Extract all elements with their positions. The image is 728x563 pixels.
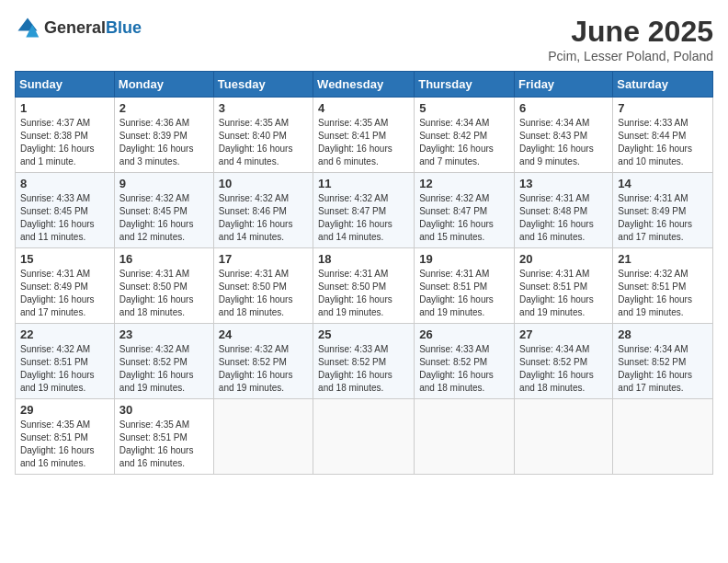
day-number: 18 (318, 252, 409, 266)
calendar-day-cell: 18 Sunrise: 4:31 AM Sunset: 8:50 PM Dayl… (313, 248, 415, 324)
calendar-day-cell: 28 Sunrise: 4:34 AM Sunset: 8:52 PM Dayl… (613, 324, 713, 399)
day-number: 28 (618, 327, 708, 341)
day-number: 7 (618, 101, 708, 115)
calendar-day-cell: 15 Sunrise: 4:31 AM Sunset: 8:49 PM Dayl… (16, 248, 115, 324)
calendar-day-cell: 2 Sunrise: 4:36 AM Sunset: 8:39 PM Dayli… (114, 98, 213, 173)
day-number: 1 (20, 101, 109, 115)
day-info: Sunrise: 4:36 AM Sunset: 8:39 PM Dayligh… (119, 117, 209, 168)
day-number: 8 (20, 177, 109, 190)
weekday-header: Monday (114, 72, 213, 98)
day-info: Sunrise: 4:31 AM Sunset: 8:50 PM Dayligh… (219, 268, 308, 319)
day-number: 12 (419, 177, 509, 190)
logo-general: General (44, 18, 106, 37)
page-header: GeneralBlue June 2025 Pcim, Lesser Polan… (15, 15, 713, 63)
calendar-week-row: 8 Sunrise: 4:33 AM Sunset: 8:45 PM Dayli… (16, 173, 713, 248)
day-info: Sunrise: 4:34 AM Sunset: 8:52 PM Dayligh… (519, 343, 608, 395)
day-info: Sunrise: 4:35 AM Sunset: 8:51 PM Dayligh… (20, 419, 109, 470)
day-info: Sunrise: 4:33 AM Sunset: 8:44 PM Dayligh… (618, 117, 708, 168)
day-number: 21 (618, 252, 708, 266)
logo-text: GeneralBlue (44, 18, 142, 38)
day-info: Sunrise: 4:35 AM Sunset: 8:51 PM Dayligh… (119, 419, 209, 470)
logo: GeneralBlue (15, 15, 142, 40)
weekday-header: Friday (515, 72, 613, 98)
day-info: Sunrise: 4:31 AM Sunset: 8:50 PM Dayligh… (119, 268, 209, 319)
day-info: Sunrise: 4:33 AM Sunset: 8:45 PM Dayligh… (20, 192, 109, 244)
day-number: 29 (20, 403, 109, 417)
calendar-day-cell: 26 Sunrise: 4:33 AM Sunset: 8:52 PM Dayl… (415, 324, 515, 399)
weekday-header: Thursday (415, 72, 515, 98)
day-number: 16 (119, 252, 209, 266)
calendar-day-cell (313, 399, 415, 475)
weekday-header: Sunday (16, 72, 115, 98)
calendar-day-cell (515, 399, 613, 475)
day-number: 6 (519, 101, 608, 115)
day-number: 24 (219, 327, 308, 341)
calendar-day-cell: 17 Sunrise: 4:31 AM Sunset: 8:50 PM Dayl… (213, 248, 313, 324)
day-info: Sunrise: 4:33 AM Sunset: 8:52 PM Dayligh… (419, 343, 509, 395)
calendar-day-cell: 4 Sunrise: 4:35 AM Sunset: 8:41 PM Dayli… (313, 98, 415, 173)
day-info: Sunrise: 4:33 AM Sunset: 8:52 PM Dayligh… (318, 343, 409, 395)
calendar-day-cell: 10 Sunrise: 4:32 AM Sunset: 8:46 PM Dayl… (213, 173, 313, 248)
calendar-day-cell: 21 Sunrise: 4:32 AM Sunset: 8:51 PM Dayl… (613, 248, 713, 324)
day-number: 22 (20, 327, 109, 341)
calendar-day-cell: 30 Sunrise: 4:35 AM Sunset: 8:51 PM Dayl… (114, 399, 213, 475)
weekday-header: Tuesday (213, 72, 313, 98)
title-block: June 2025 Pcim, Lesser Poland, Poland (548, 15, 713, 63)
day-info: Sunrise: 4:34 AM Sunset: 8:42 PM Dayligh… (419, 117, 509, 168)
day-info: Sunrise: 4:32 AM Sunset: 8:47 PM Dayligh… (419, 192, 509, 244)
day-info: Sunrise: 4:31 AM Sunset: 8:50 PM Dayligh… (318, 268, 409, 319)
calendar-day-cell: 14 Sunrise: 4:31 AM Sunset: 8:49 PM Dayl… (613, 173, 713, 248)
day-number: 10 (219, 177, 308, 190)
day-info: Sunrise: 4:35 AM Sunset: 8:41 PM Dayligh… (318, 117, 409, 168)
day-info: Sunrise: 4:31 AM Sunset: 8:51 PM Dayligh… (519, 268, 608, 319)
calendar-week-row: 29 Sunrise: 4:35 AM Sunset: 8:51 PM Dayl… (16, 399, 713, 475)
day-info: Sunrise: 4:37 AM Sunset: 8:38 PM Dayligh… (20, 117, 109, 168)
calendar-day-cell: 1 Sunrise: 4:37 AM Sunset: 8:38 PM Dayli… (16, 98, 115, 173)
day-info: Sunrise: 4:31 AM Sunset: 8:49 PM Dayligh… (618, 192, 708, 244)
day-info: Sunrise: 4:32 AM Sunset: 8:51 PM Dayligh… (618, 268, 708, 319)
day-info: Sunrise: 4:32 AM Sunset: 8:45 PM Dayligh… (119, 192, 209, 244)
calendar-table: SundayMondayTuesdayWednesdayThursdayFrid… (15, 71, 713, 475)
calendar-day-cell (213, 399, 313, 475)
calendar-day-cell: 6 Sunrise: 4:34 AM Sunset: 8:43 PM Dayli… (515, 98, 613, 173)
day-number: 4 (318, 101, 409, 115)
calendar-day-cell: 7 Sunrise: 4:33 AM Sunset: 8:44 PM Dayli… (613, 98, 713, 173)
day-number: 23 (119, 327, 209, 341)
day-number: 2 (119, 101, 209, 115)
calendar-title: June 2025 (548, 15, 713, 49)
day-number: 11 (318, 177, 409, 190)
day-number: 26 (419, 327, 509, 341)
calendar-day-cell: 11 Sunrise: 4:32 AM Sunset: 8:47 PM Dayl… (313, 173, 415, 248)
logo-blue: Blue (106, 18, 142, 37)
calendar-day-cell: 27 Sunrise: 4:34 AM Sunset: 8:52 PM Dayl… (515, 324, 613, 399)
day-number: 3 (219, 101, 308, 115)
day-info: Sunrise: 4:32 AM Sunset: 8:47 PM Dayligh… (318, 192, 409, 244)
day-info: Sunrise: 4:31 AM Sunset: 8:49 PM Dayligh… (20, 268, 109, 319)
calendar-day-cell: 8 Sunrise: 4:33 AM Sunset: 8:45 PM Dayli… (16, 173, 115, 248)
day-number: 13 (519, 177, 608, 190)
day-number: 5 (419, 101, 509, 115)
day-info: Sunrise: 4:31 AM Sunset: 8:48 PM Dayligh… (519, 192, 608, 244)
calendar-week-row: 22 Sunrise: 4:32 AM Sunset: 8:51 PM Dayl… (16, 324, 713, 399)
day-info: Sunrise: 4:32 AM Sunset: 8:51 PM Dayligh… (20, 343, 109, 395)
day-info: Sunrise: 4:35 AM Sunset: 8:40 PM Dayligh… (219, 117, 308, 168)
calendar-day-cell: 19 Sunrise: 4:31 AM Sunset: 8:51 PM Dayl… (415, 248, 515, 324)
day-number: 20 (519, 252, 608, 266)
day-number: 25 (318, 327, 409, 341)
logo-icon (15, 15, 40, 40)
weekday-header: Saturday (613, 72, 713, 98)
calendar-day-cell: 29 Sunrise: 4:35 AM Sunset: 8:51 PM Dayl… (16, 399, 115, 475)
day-number: 14 (618, 177, 708, 190)
calendar-week-row: 15 Sunrise: 4:31 AM Sunset: 8:49 PM Dayl… (16, 248, 713, 324)
day-info: Sunrise: 4:32 AM Sunset: 8:52 PM Dayligh… (119, 343, 209, 395)
day-number: 15 (20, 252, 109, 266)
day-number: 9 (119, 177, 209, 190)
day-info: Sunrise: 4:32 AM Sunset: 8:46 PM Dayligh… (219, 192, 308, 244)
calendar-day-cell: 22 Sunrise: 4:32 AM Sunset: 8:51 PM Dayl… (16, 324, 115, 399)
day-info: Sunrise: 4:32 AM Sunset: 8:52 PM Dayligh… (219, 343, 308, 395)
calendar-day-cell: 20 Sunrise: 4:31 AM Sunset: 8:51 PM Dayl… (515, 248, 613, 324)
calendar-day-cell (613, 399, 713, 475)
calendar-day-cell: 5 Sunrise: 4:34 AM Sunset: 8:42 PM Dayli… (415, 98, 515, 173)
day-number: 27 (519, 327, 608, 341)
calendar-day-cell: 16 Sunrise: 4:31 AM Sunset: 8:50 PM Dayl… (114, 248, 213, 324)
